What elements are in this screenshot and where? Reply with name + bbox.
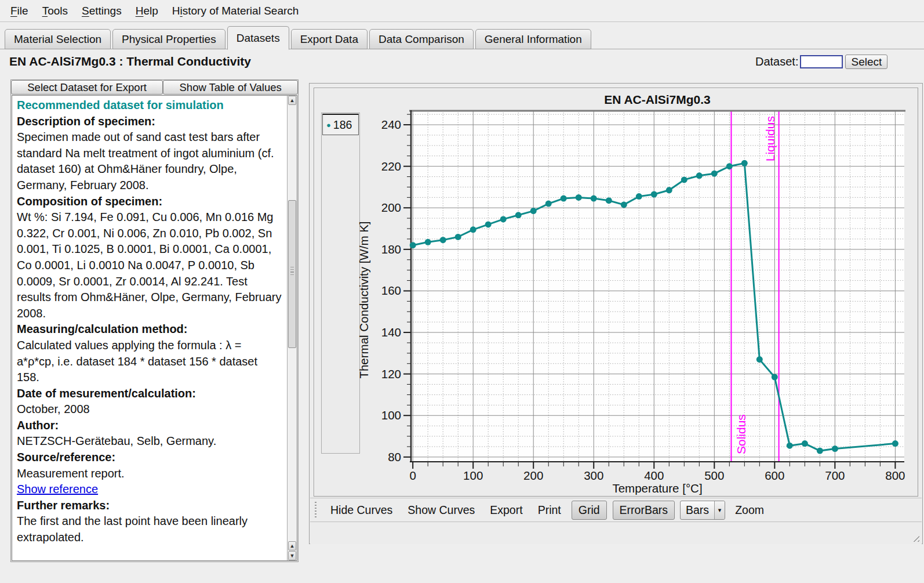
menu-settings[interactable]: Settings: [75, 2, 129, 20]
description-line: Measuring/calculation method:: [17, 321, 282, 338]
legend-entry-186[interactable]: ● 186: [322, 114, 359, 135]
toolbar-item-label: Bars: [681, 501, 714, 519]
toolbar-item-label: Hide Curves: [323, 501, 400, 520]
scroll-up-icon-bottom[interactable]: ▲: [288, 541, 296, 551]
svg-text:100: 100: [381, 408, 401, 422]
tab-data-comparison[interactable]: Data Comparison: [369, 29, 474, 49]
errorbars-toggle-button[interactable]: ErrorBars ▾: [613, 501, 675, 520]
resize-grip-icon[interactable]: [911, 533, 919, 542]
svg-text:240: 240: [381, 118, 401, 131]
application-window: FileToolsSettingsHelpHistory of Material…: [0, 0, 924, 583]
toolbar-drag-handle-icon[interactable]: [314, 502, 317, 518]
show-curves-button[interactable]: Show Curves ▾: [400, 501, 482, 520]
hide-curves-button[interactable]: Hide Curves ▾: [323, 501, 400, 520]
description-line: Measurement report.: [17, 466, 282, 482]
description-line: Further remarks:: [17, 498, 282, 514]
svg-text:800: 800: [885, 469, 905, 482]
svg-text:100: 100: [463, 469, 483, 482]
dataset-input[interactable]: [800, 55, 843, 68]
toolbar-item-label: Export: [482, 501, 530, 520]
svg-text:160: 160: [381, 284, 401, 297]
chart-area-panel: 0100200300400500600700800801001201401601…: [309, 83, 923, 544]
dataset-select-button[interactable]: Select: [845, 55, 887, 69]
svg-text:220: 220: [381, 160, 401, 173]
legend-label: 186: [333, 118, 352, 132]
toolbar-item-label: Print: [530, 501, 569, 520]
description-line: The first and the last point have been l…: [17, 513, 282, 545]
scroll-up-icon[interactable]: ▲: [288, 96, 296, 105]
tab-material-selection[interactable]: Material Selection: [5, 29, 111, 49]
menu-tools[interactable]: Tools: [35, 2, 75, 20]
tab-datasets[interactable]: Datasets: [227, 26, 289, 50]
description-line: Recommended dataset for simulation: [17, 97, 282, 114]
toolbar-item-label: Show Curves: [400, 501, 482, 520]
svg-text:140: 140: [381, 325, 401, 339]
menu-history-of-material-search[interactable]: History of Material Search: [165, 2, 306, 20]
description-line: NETZSCH-Gerätebau, Selb, Germany.: [17, 433, 282, 450]
svg-text:200: 200: [523, 469, 543, 482]
description-line: Calculated values applying the formula :…: [17, 338, 282, 386]
status-bar: [310, 523, 922, 544]
zoom-button[interactable]: Zoom ▾: [727, 501, 772, 520]
description-line: October, 2008: [17, 401, 282, 418]
menu-file[interactable]: File: [3, 2, 35, 20]
legend-dot-icon: ●: [326, 121, 331, 129]
svg-text:200: 200: [381, 201, 401, 214]
description-line: Specimen made out of sand cast test bars…: [17, 129, 282, 193]
description-line: Source/reference:: [17, 450, 282, 466]
description-line: Wt %: Si 7.194, Fe 0.091, Cu 0.006, Mn 0…: [17, 209, 282, 321]
tab-bar: Material SelectionPhysical PropertiesDat…: [5, 26, 593, 49]
export-button[interactable]: Export ▾: [482, 501, 530, 520]
tab-physical-properties[interactable]: Physical Properties: [112, 29, 225, 49]
chart-toolbar: Hide Curves ▾ Show Curves ▾ Export ▾ Pri…: [310, 498, 922, 522]
page-title: EN AC-AlSi7Mg0.3 : Thermal Conductivity: [9, 55, 251, 68]
grid-toggle-button[interactable]: Grid ▾: [572, 501, 607, 520]
description-line: Date of mesurement/calculation:: [17, 386, 282, 402]
combo-arrow-icon[interactable]: ▾: [714, 501, 725, 519]
toolbar-item-label: Grid: [572, 501, 606, 519]
dataset-info-buttons: Select Dataset for Export Show Table of …: [11, 80, 298, 95]
show-table-of-values-button[interactable]: Show Table of Values: [163, 80, 298, 95]
svg-text:700: 700: [825, 469, 845, 482]
x-axis-title: Temperature [°C]: [410, 481, 904, 495]
svg-text:Liquidus: Liquidus: [763, 116, 777, 161]
tab-export-data[interactable]: Export Data: [291, 29, 368, 49]
description-line: Composition of specimen:: [17, 194, 282, 210]
tab-general-information[interactable]: General Information: [475, 29, 591, 49]
svg-text:0: 0: [409, 469, 416, 482]
print-button[interactable]: Print ▾: [530, 501, 569, 520]
menu-help[interactable]: Help: [129, 2, 165, 20]
toolbar-items: Hide Curves ▾ Show Curves ▾ Export ▾ Pri…: [323, 501, 772, 520]
show-reference-link[interactable]: Show reference: [17, 481, 98, 498]
dataset-info-panel: Select Dataset for Export Show Table of …: [10, 79, 299, 562]
scroll-down-icon[interactable]: ▼: [288, 551, 296, 560]
dataset-controls: Dataset: Select: [755, 55, 887, 69]
chart-title: EN AC-AlSi7Mg0.3: [410, 93, 904, 107]
svg-text:80: 80: [388, 450, 401, 463]
dataset-label: Dataset:: [755, 55, 798, 68]
description-line: Author:: [17, 418, 282, 434]
bars-combobox[interactable]: Bars ▾: [680, 501, 725, 520]
svg-text:300: 300: [584, 469, 603, 482]
chart-legend: ● 186: [321, 113, 360, 454]
svg-text:400: 400: [644, 469, 664, 482]
svg-text:180: 180: [381, 242, 401, 256]
description-line: Description of specimen:: [17, 114, 282, 130]
scrollbar-thumb[interactable]: [288, 200, 296, 348]
y-axis-title: Thermal Conductivity [W/m K]: [357, 137, 372, 462]
description-scrollbar[interactable]: ▲ ▲ ▼: [287, 96, 297, 560]
toolbar-item-label: Zoom: [727, 501, 772, 520]
svg-text:120: 120: [381, 367, 401, 381]
svg-text:600: 600: [765, 469, 784, 482]
dataset-description: Recommended dataset for simulationDescri…: [12, 95, 297, 561]
chart-canvas[interactable]: 0100200300400500600700800801001201401601…: [314, 88, 918, 496]
menubar: FileToolsSettingsHelpHistory of Material…: [0, 0, 924, 22]
toolbar-item-label: ErrorBars: [613, 501, 674, 519]
svg-text:Solidus: Solidus: [734, 414, 748, 454]
chart-panel: 0100200300400500600700800801001201401601…: [314, 88, 918, 497]
svg-text:500: 500: [704, 469, 724, 482]
select-dataset-for-export-button[interactable]: Select Dataset for Export: [11, 80, 163, 95]
